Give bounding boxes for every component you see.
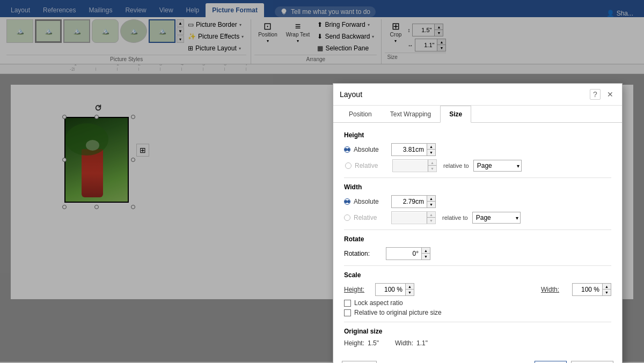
dialog-footer: Reset OK Cancel	[333, 355, 622, 363]
height-relative-radio[interactable]	[345, 162, 352, 169]
height-relative-row: Relative ▲ ▼ relative to Page	[345, 159, 611, 172]
height-relative-input[interactable]	[393, 160, 428, 171]
rotation-label: Rotation:	[344, 250, 382, 257]
layout-dialog: Layout ? ✕ Position Text Wrapping Size H…	[333, 83, 623, 363]
tab-position[interactable]: Position	[340, 106, 381, 123]
width-relative-radio[interactable]	[344, 214, 350, 221]
width-absolute-spinner[interactable]: ▲ ▼	[391, 195, 436, 208]
relative-original-label: Relative to original picture size	[354, 309, 442, 316]
width-absolute-input[interactable]	[392, 196, 427, 207]
scale-w-up[interactable]: ▲	[602, 284, 611, 290]
scale-width-input[interactable]	[573, 284, 602, 295]
width-rel-down[interactable]: ▼	[427, 218, 435, 224]
dialog-title: Layout	[340, 90, 362, 99]
height-relative-to-label: relative to	[443, 162, 469, 169]
dialog-overlay: Layout ? ✕ Position Text Wrapping Size H…	[0, 0, 644, 363]
scale-section-title: Scale	[344, 271, 611, 279]
divider-2	[344, 229, 611, 230]
scale-row: Height: ▲ ▼ Width: ▲ ▼	[344, 283, 611, 296]
width-relative-label: Relative	[344, 214, 387, 221]
original-size-row: Height: 1.5" Width: 1.1"	[344, 339, 611, 347]
width-relative-to-label: relative to	[442, 214, 468, 221]
scale-height-spinner[interactable]: ▲ ▼	[375, 283, 414, 296]
original-height-value: 1.5"	[368, 339, 379, 347]
rotation-spinner[interactable]: ▲ ▼	[386, 247, 430, 260]
lock-aspect-checkbox[interactable]	[344, 300, 351, 307]
width-abs-down[interactable]: ▼	[427, 202, 435, 208]
lock-aspect-row: Lock aspect ratio	[344, 299, 611, 307]
width-relative-input[interactable]	[392, 212, 427, 223]
dialog-tabs: Position Text Wrapping Size	[333, 106, 622, 123]
height-absolute-input[interactable]	[392, 144, 427, 155]
scale-height-input[interactable]	[376, 284, 405, 295]
scale-w-down[interactable]: ▼	[602, 290, 611, 295]
rotation-row: Rotation: ▲ ▼	[344, 247, 611, 260]
divider-1	[344, 177, 611, 178]
divider-4	[344, 322, 611, 322]
tab-text-wrapping[interactable]: Text Wrapping	[381, 106, 440, 123]
height-absolute-radio[interactable]	[344, 146, 350, 153]
dialog-close-btn[interactable]: ✕	[605, 89, 616, 100]
height-relative-select[interactable]: Page	[473, 160, 522, 172]
scale-width-label: Width:	[541, 286, 568, 293]
cancel-btn[interactable]: Cancel	[571, 361, 613, 363]
dialog-content: Height Absolute ▲ ▼ Relative	[333, 123, 622, 355]
original-height-field: Height: 1.5"	[344, 339, 379, 347]
rotate-section-title: Rotate	[344, 235, 611, 243]
height-relative-spinner[interactable]: ▲ ▼	[392, 159, 437, 172]
width-absolute-radio[interactable]	[344, 198, 350, 205]
lock-aspect-label: Lock aspect ratio	[354, 299, 403, 307]
original-width-label: Width:	[395, 339, 413, 347]
height-relative-dropdown[interactable]: Page	[473, 160, 522, 172]
scale-h-down[interactable]: ▼	[405, 290, 414, 295]
width-section-title: Width	[344, 183, 611, 191]
height-absolute-row: Absolute ▲ ▼	[344, 143, 611, 156]
rotation-input[interactable]	[386, 248, 421, 259]
height-abs-up[interactable]: ▲	[427, 144, 435, 150]
ok-btn[interactable]: OK	[535, 361, 566, 363]
width-relative-select[interactable]: Page	[472, 212, 521, 224]
relative-original-row: Relative to original picture size	[344, 309, 611, 316]
width-relative-dropdown[interactable]: Page	[472, 212, 521, 224]
scale-height-label: Height:	[344, 286, 371, 293]
relative-original-checkbox[interactable]	[344, 309, 351, 316]
width-absolute-label: Absolute	[344, 198, 387, 205]
dialog-controls: ? ✕	[590, 89, 616, 100]
width-absolute-row: Absolute ▲ ▼	[344, 195, 611, 208]
width-abs-up[interactable]: ▲	[427, 196, 435, 202]
height-absolute-label: Absolute	[344, 146, 387, 153]
width-rel-up[interactable]: ▲	[427, 212, 435, 218]
tab-size[interactable]: Size	[440, 106, 471, 123]
reset-btn[interactable]: Reset	[342, 361, 377, 363]
original-height-label: Height:	[344, 339, 364, 347]
scale-width-spinner[interactable]: ▲ ▼	[572, 283, 611, 296]
dialog-help-btn[interactable]: ?	[590, 89, 601, 100]
divider-3	[344, 265, 611, 266]
height-section-title: Height	[344, 131, 611, 139]
original-size-title: Original size	[344, 328, 611, 335]
original-width-field: Width: 1.1"	[395, 339, 428, 347]
height-relative-label: Relative	[345, 162, 388, 169]
original-width-value: 1.1"	[416, 339, 428, 347]
rotation-down[interactable]: ▼	[421, 254, 430, 260]
height-abs-down[interactable]: ▼	[427, 150, 435, 155]
rotation-up[interactable]: ▲	[421, 248, 430, 254]
height-absolute-spinner[interactable]: ▲ ▼	[391, 143, 436, 156]
height-rel-down[interactable]: ▼	[428, 166, 436, 172]
height-rel-up[interactable]: ▲	[428, 160, 436, 166]
width-relative-spinner[interactable]: ▲ ▼	[391, 211, 436, 224]
dialog-title-bar: Layout ? ✕	[333, 84, 622, 106]
width-relative-row: Relative ▲ ▼ relative to Page	[344, 211, 611, 224]
scale-h-up[interactable]: ▲	[405, 284, 414, 290]
